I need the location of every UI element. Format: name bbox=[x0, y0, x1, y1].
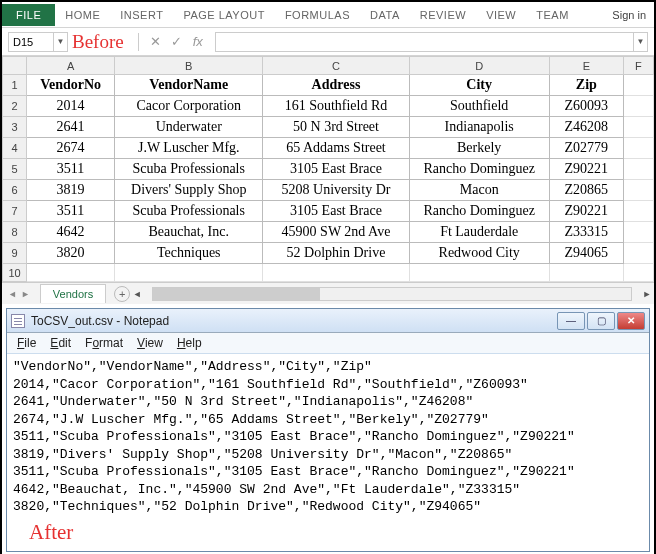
menu-file[interactable]: File bbox=[11, 335, 42, 351]
enter-formula-icon[interactable]: ✓ bbox=[171, 34, 182, 49]
notepad-titlebar[interactable]: ToCSV_out.csv - Notepad — ▢ ✕ bbox=[7, 309, 649, 333]
cell[interactable]: Beauchat, Inc. bbox=[115, 222, 263, 243]
cell[interactable]: Ft Lauderdale bbox=[409, 222, 549, 243]
add-sheet-button[interactable]: + bbox=[114, 286, 130, 302]
cell[interactable]: Berkely bbox=[409, 138, 549, 159]
ribbon-tab-file[interactable]: FILE bbox=[2, 4, 55, 26]
col-header-D[interactable]: D bbox=[409, 57, 549, 75]
cell[interactable]: Z60093 bbox=[549, 96, 623, 117]
cell[interactable]: Z94065 bbox=[549, 243, 623, 264]
row-header[interactable]: 2 bbox=[3, 96, 27, 117]
cell[interactable] bbox=[27, 264, 115, 282]
col-header-C[interactable]: C bbox=[263, 57, 409, 75]
cell[interactable]: 50 N 3rd Street bbox=[263, 117, 409, 138]
cell[interactable]: Scuba Professionals bbox=[115, 159, 263, 180]
cell[interactable]: Underwater bbox=[115, 117, 263, 138]
cell[interactable] bbox=[623, 138, 653, 159]
name-box-dropdown-icon[interactable]: ▼ bbox=[54, 32, 68, 52]
cell[interactable]: 52 Dolphin Drive bbox=[263, 243, 409, 264]
cell[interactable]: Z02779 bbox=[549, 138, 623, 159]
cell[interactable]: Cacor Corporation bbox=[115, 96, 263, 117]
cell[interactable] bbox=[623, 201, 653, 222]
cell[interactable]: Z90221 bbox=[549, 159, 623, 180]
cell[interactable]: Southfield bbox=[409, 96, 549, 117]
ribbon-tab-insert[interactable]: INSERT bbox=[110, 4, 173, 26]
formula-bar-expand-icon[interactable]: ▼ bbox=[634, 32, 648, 52]
select-all-corner[interactable] bbox=[3, 57, 27, 75]
cell[interactable] bbox=[549, 264, 623, 282]
name-box[interactable] bbox=[8, 32, 54, 52]
ribbon-tab-data[interactable]: DATA bbox=[360, 4, 410, 26]
notepad-text-area[interactable]: "VendorNo","VendorName","Address","City"… bbox=[7, 354, 649, 518]
row-header[interactable]: 8 bbox=[3, 222, 27, 243]
scroll-left-icon[interactable]: ◄ bbox=[130, 289, 144, 299]
cell[interactable] bbox=[623, 264, 653, 282]
horizontal-scrollbar[interactable] bbox=[152, 287, 632, 301]
sheet-nav[interactable]: ◄► bbox=[2, 289, 36, 299]
menu-edit[interactable]: Edit bbox=[44, 335, 77, 351]
row-header[interactable]: 3 bbox=[3, 117, 27, 138]
col-header-F[interactable]: F bbox=[623, 57, 653, 75]
row-header[interactable]: 4 bbox=[3, 138, 27, 159]
maximize-button[interactable]: ▢ bbox=[587, 312, 615, 330]
menu-help[interactable]: Help bbox=[171, 335, 208, 351]
ribbon-tab-pagelayout[interactable]: PAGE LAYOUT bbox=[173, 4, 275, 26]
row-header[interactable]: 1 bbox=[3, 75, 27, 96]
cell[interactable]: 3511 bbox=[27, 159, 115, 180]
cell[interactable] bbox=[409, 264, 549, 282]
cell[interactable] bbox=[623, 117, 653, 138]
col-header-B[interactable]: B bbox=[115, 57, 263, 75]
row-header[interactable]: 7 bbox=[3, 201, 27, 222]
scroll-right-icon[interactable]: ► bbox=[640, 289, 654, 299]
row-header[interactable]: 6 bbox=[3, 180, 27, 201]
ribbon-tab-team[interactable]: TEAM bbox=[526, 4, 579, 26]
nav-next-icon[interactable]: ► bbox=[21, 289, 30, 299]
col-header-A[interactable]: A bbox=[27, 57, 115, 75]
cell[interactable]: Z90221 bbox=[549, 201, 623, 222]
cell[interactable]: Redwood City bbox=[409, 243, 549, 264]
cell[interactable]: 2014 bbox=[27, 96, 115, 117]
scrollbar-thumb[interactable] bbox=[153, 288, 320, 300]
cell[interactable]: Zip bbox=[549, 75, 623, 96]
cell[interactable]: 161 Southfield Rd bbox=[263, 96, 409, 117]
ribbon-tab-home[interactable]: HOME bbox=[55, 4, 110, 26]
cell[interactable] bbox=[623, 243, 653, 264]
cell[interactable]: City bbox=[409, 75, 549, 96]
cancel-formula-icon[interactable]: ✕ bbox=[150, 34, 161, 49]
cell[interactable]: Techniques bbox=[115, 243, 263, 264]
cell[interactable]: Z33315 bbox=[549, 222, 623, 243]
ribbon-tab-review[interactable]: REVIEW bbox=[410, 4, 476, 26]
cell[interactable]: Rancho Dominguez bbox=[409, 201, 549, 222]
cell[interactable] bbox=[623, 75, 653, 96]
cell[interactable] bbox=[623, 159, 653, 180]
fx-icon[interactable]: fx bbox=[193, 34, 203, 49]
cell[interactable]: Macon bbox=[409, 180, 549, 201]
ribbon-tab-view[interactable]: VIEW bbox=[476, 4, 526, 26]
cell[interactable]: 5208 University Dr bbox=[263, 180, 409, 201]
nav-prev-icon[interactable]: ◄ bbox=[8, 289, 17, 299]
ribbon-tab-formulas[interactable]: FORMULAS bbox=[275, 4, 360, 26]
close-button[interactable]: ✕ bbox=[617, 312, 645, 330]
cell[interactable]: 3819 bbox=[27, 180, 115, 201]
cell[interactable]: 45900 SW 2nd Ave bbox=[263, 222, 409, 243]
cell[interactable] bbox=[623, 96, 653, 117]
cell[interactable]: Indianapolis bbox=[409, 117, 549, 138]
cell[interactable]: Rancho Dominguez bbox=[409, 159, 549, 180]
formula-input[interactable] bbox=[215, 32, 634, 52]
cell[interactable]: 3820 bbox=[27, 243, 115, 264]
cell[interactable]: 3511 bbox=[27, 201, 115, 222]
sign-in-link[interactable]: Sign in bbox=[604, 4, 654, 26]
menu-view[interactable]: View bbox=[131, 335, 169, 351]
menu-format[interactable]: Format bbox=[79, 335, 129, 351]
minimize-button[interactable]: — bbox=[557, 312, 585, 330]
cell[interactable]: 4642 bbox=[27, 222, 115, 243]
row-header[interactable]: 5 bbox=[3, 159, 27, 180]
cell[interactable]: J.W Luscher Mfg. bbox=[115, 138, 263, 159]
cell[interactable]: Scuba Professionals bbox=[115, 201, 263, 222]
cell[interactable] bbox=[115, 264, 263, 282]
cell[interactable]: Address bbox=[263, 75, 409, 96]
cell[interactable]: Z20865 bbox=[549, 180, 623, 201]
row-header[interactable]: 10 bbox=[3, 264, 27, 282]
cell[interactable] bbox=[623, 222, 653, 243]
cell[interactable]: Z46208 bbox=[549, 117, 623, 138]
